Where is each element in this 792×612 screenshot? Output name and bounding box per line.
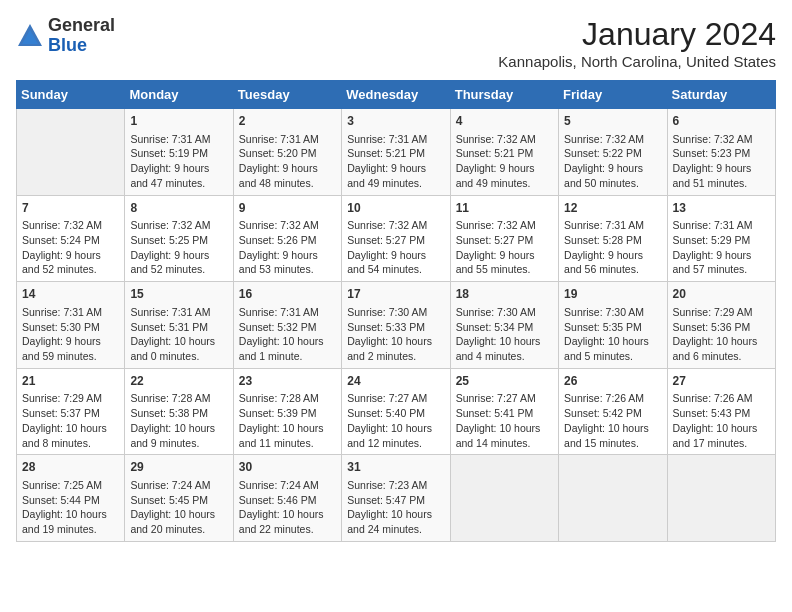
day-info: Sunrise: 7:30 AMSunset: 5:35 PMDaylight:…	[564, 305, 661, 364]
header-tuesday: Tuesday	[233, 81, 341, 109]
day-info: Sunrise: 7:27 AMSunset: 5:41 PMDaylight:…	[456, 391, 553, 450]
day-number: 14	[22, 286, 119, 303]
calendar-week-3: 14Sunrise: 7:31 AMSunset: 5:30 PMDayligh…	[17, 282, 776, 369]
logo-text: General Blue	[48, 16, 115, 56]
calendar-cell: 9Sunrise: 7:32 AMSunset: 5:26 PMDaylight…	[233, 195, 341, 282]
day-number: 11	[456, 200, 553, 217]
calendar-cell: 28Sunrise: 7:25 AMSunset: 5:44 PMDayligh…	[17, 455, 125, 542]
day-info: Sunrise: 7:31 AMSunset: 5:28 PMDaylight:…	[564, 218, 661, 277]
day-number: 31	[347, 459, 444, 476]
day-info: Sunrise: 7:32 AMSunset: 5:22 PMDaylight:…	[564, 132, 661, 191]
day-info: Sunrise: 7:31 AMSunset: 5:29 PMDaylight:…	[673, 218, 770, 277]
day-number: 20	[673, 286, 770, 303]
month-title: January 2024	[498, 16, 776, 53]
calendar-cell: 12Sunrise: 7:31 AMSunset: 5:28 PMDayligh…	[559, 195, 667, 282]
day-info: Sunrise: 7:24 AMSunset: 5:45 PMDaylight:…	[130, 478, 227, 537]
calendar-cell: 24Sunrise: 7:27 AMSunset: 5:40 PMDayligh…	[342, 368, 450, 455]
calendar-cell: 14Sunrise: 7:31 AMSunset: 5:30 PMDayligh…	[17, 282, 125, 369]
day-number: 23	[239, 373, 336, 390]
calendar-cell: 6Sunrise: 7:32 AMSunset: 5:23 PMDaylight…	[667, 109, 775, 196]
day-number: 24	[347, 373, 444, 390]
header-thursday: Thursday	[450, 81, 558, 109]
day-number: 5	[564, 113, 661, 130]
day-number: 13	[673, 200, 770, 217]
calendar-week-2: 7Sunrise: 7:32 AMSunset: 5:24 PMDaylight…	[17, 195, 776, 282]
calendar-cell: 1Sunrise: 7:31 AMSunset: 5:19 PMDaylight…	[125, 109, 233, 196]
calendar-cell: 2Sunrise: 7:31 AMSunset: 5:20 PMDaylight…	[233, 109, 341, 196]
day-number: 19	[564, 286, 661, 303]
day-number: 8	[130, 200, 227, 217]
calendar-week-5: 28Sunrise: 7:25 AMSunset: 5:44 PMDayligh…	[17, 455, 776, 542]
day-info: Sunrise: 7:30 AMSunset: 5:34 PMDaylight:…	[456, 305, 553, 364]
day-info: Sunrise: 7:31 AMSunset: 5:31 PMDaylight:…	[130, 305, 227, 364]
calendar-cell: 16Sunrise: 7:31 AMSunset: 5:32 PMDayligh…	[233, 282, 341, 369]
day-number: 7	[22, 200, 119, 217]
title-block: January 2024 Kannapolis, North Carolina,…	[498, 16, 776, 70]
day-number: 3	[347, 113, 444, 130]
day-info: Sunrise: 7:32 AMSunset: 5:27 PMDaylight:…	[347, 218, 444, 277]
calendar-cell: 17Sunrise: 7:30 AMSunset: 5:33 PMDayligh…	[342, 282, 450, 369]
day-info: Sunrise: 7:29 AMSunset: 5:36 PMDaylight:…	[673, 305, 770, 364]
calendar-week-4: 21Sunrise: 7:29 AMSunset: 5:37 PMDayligh…	[17, 368, 776, 455]
location: Kannapolis, North Carolina, United State…	[498, 53, 776, 70]
day-number: 29	[130, 459, 227, 476]
day-info: Sunrise: 7:26 AMSunset: 5:42 PMDaylight:…	[564, 391, 661, 450]
calendar-cell: 3Sunrise: 7:31 AMSunset: 5:21 PMDaylight…	[342, 109, 450, 196]
day-number: 6	[673, 113, 770, 130]
logo: General Blue	[16, 16, 115, 56]
day-number: 2	[239, 113, 336, 130]
day-info: Sunrise: 7:31 AMSunset: 5:19 PMDaylight:…	[130, 132, 227, 191]
day-number: 10	[347, 200, 444, 217]
calendar-cell: 26Sunrise: 7:26 AMSunset: 5:42 PMDayligh…	[559, 368, 667, 455]
day-info: Sunrise: 7:28 AMSunset: 5:39 PMDaylight:…	[239, 391, 336, 450]
day-info: Sunrise: 7:31 AMSunset: 5:21 PMDaylight:…	[347, 132, 444, 191]
day-info: Sunrise: 7:32 AMSunset: 5:24 PMDaylight:…	[22, 218, 119, 277]
day-info: Sunrise: 7:32 AMSunset: 5:26 PMDaylight:…	[239, 218, 336, 277]
calendar-cell: 21Sunrise: 7:29 AMSunset: 5:37 PMDayligh…	[17, 368, 125, 455]
day-number: 18	[456, 286, 553, 303]
calendar-table: Sunday Monday Tuesday Wednesday Thursday…	[16, 80, 776, 542]
calendar-cell: 25Sunrise: 7:27 AMSunset: 5:41 PMDayligh…	[450, 368, 558, 455]
header-wednesday: Wednesday	[342, 81, 450, 109]
calendar-cell: 15Sunrise: 7:31 AMSunset: 5:31 PMDayligh…	[125, 282, 233, 369]
day-info: Sunrise: 7:26 AMSunset: 5:43 PMDaylight:…	[673, 391, 770, 450]
calendar-week-1: 1Sunrise: 7:31 AMSunset: 5:19 PMDaylight…	[17, 109, 776, 196]
day-info: Sunrise: 7:28 AMSunset: 5:38 PMDaylight:…	[130, 391, 227, 450]
day-info: Sunrise: 7:32 AMSunset: 5:23 PMDaylight:…	[673, 132, 770, 191]
day-info: Sunrise: 7:31 AMSunset: 5:32 PMDaylight:…	[239, 305, 336, 364]
day-info: Sunrise: 7:30 AMSunset: 5:33 PMDaylight:…	[347, 305, 444, 364]
logo-icon	[16, 22, 44, 50]
logo-general: General	[48, 15, 115, 35]
weekday-header-row: Sunday Monday Tuesday Wednesday Thursday…	[17, 81, 776, 109]
page-header: General Blue January 2024 Kannapolis, No…	[16, 16, 776, 70]
day-number: 12	[564, 200, 661, 217]
day-info: Sunrise: 7:32 AMSunset: 5:25 PMDaylight:…	[130, 218, 227, 277]
calendar-cell	[450, 455, 558, 542]
day-number: 22	[130, 373, 227, 390]
day-number: 25	[456, 373, 553, 390]
calendar-cell	[559, 455, 667, 542]
day-number: 9	[239, 200, 336, 217]
header-sunday: Sunday	[17, 81, 125, 109]
day-info: Sunrise: 7:25 AMSunset: 5:44 PMDaylight:…	[22, 478, 119, 537]
day-info: Sunrise: 7:23 AMSunset: 5:47 PMDaylight:…	[347, 478, 444, 537]
calendar-cell: 23Sunrise: 7:28 AMSunset: 5:39 PMDayligh…	[233, 368, 341, 455]
calendar-cell: 5Sunrise: 7:32 AMSunset: 5:22 PMDaylight…	[559, 109, 667, 196]
day-number: 30	[239, 459, 336, 476]
calendar-cell	[667, 455, 775, 542]
calendar-cell: 19Sunrise: 7:30 AMSunset: 5:35 PMDayligh…	[559, 282, 667, 369]
day-number: 4	[456, 113, 553, 130]
day-info: Sunrise: 7:29 AMSunset: 5:37 PMDaylight:…	[22, 391, 119, 450]
calendar-cell: 4Sunrise: 7:32 AMSunset: 5:21 PMDaylight…	[450, 109, 558, 196]
header-saturday: Saturday	[667, 81, 775, 109]
calendar-cell: 31Sunrise: 7:23 AMSunset: 5:47 PMDayligh…	[342, 455, 450, 542]
day-info: Sunrise: 7:31 AMSunset: 5:30 PMDaylight:…	[22, 305, 119, 364]
day-info: Sunrise: 7:31 AMSunset: 5:20 PMDaylight:…	[239, 132, 336, 191]
calendar-cell: 27Sunrise: 7:26 AMSunset: 5:43 PMDayligh…	[667, 368, 775, 455]
calendar-cell: 22Sunrise: 7:28 AMSunset: 5:38 PMDayligh…	[125, 368, 233, 455]
day-number: 16	[239, 286, 336, 303]
calendar-cell: 20Sunrise: 7:29 AMSunset: 5:36 PMDayligh…	[667, 282, 775, 369]
day-number: 15	[130, 286, 227, 303]
calendar-cell: 13Sunrise: 7:31 AMSunset: 5:29 PMDayligh…	[667, 195, 775, 282]
day-info: Sunrise: 7:27 AMSunset: 5:40 PMDaylight:…	[347, 391, 444, 450]
